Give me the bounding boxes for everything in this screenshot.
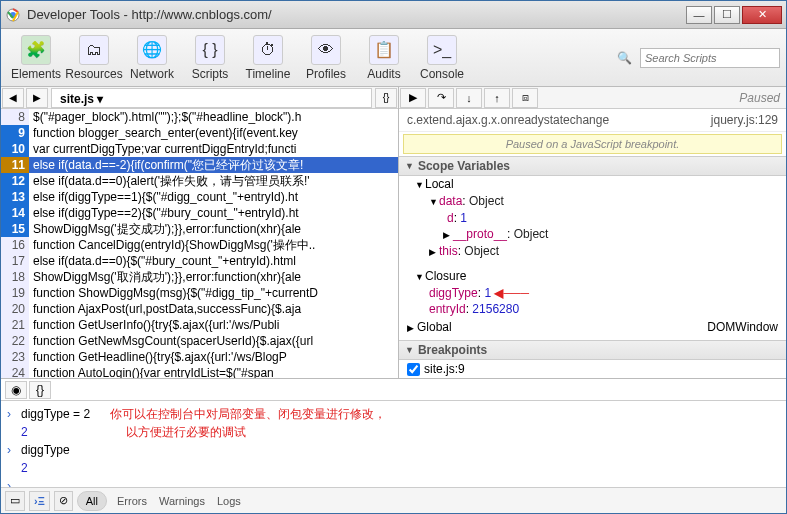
code-line[interactable]: 24function AutoLogin(){var entryIdList=$… (1, 365, 398, 378)
search-icon: 🔍 (614, 48, 634, 68)
filename-select[interactable]: site.js ▾ (51, 88, 372, 108)
pause-resume-button[interactable]: ▶ (400, 88, 426, 108)
line-number[interactable]: 15 (1, 221, 29, 237)
search-input[interactable] (640, 48, 780, 68)
line-number[interactable]: 14 (1, 205, 29, 221)
code-line[interactable]: 21function GetUserInfo(){try{$.ajax({url… (1, 317, 398, 333)
code-line[interactable]: 23function GetHeadline(){try{$.ajax({url… (1, 349, 398, 365)
window-title: Developer Tools - http://www.cnblogs.com… (27, 7, 686, 22)
filter-all[interactable]: All (77, 491, 107, 511)
line-number[interactable]: 24 (1, 365, 29, 378)
nav-forward-button[interactable]: ▶ (26, 88, 48, 108)
code-line[interactable]: 19function ShowDiggMsg(msg){$("#digg_tip… (1, 285, 398, 301)
line-number[interactable]: 21 (1, 317, 29, 333)
line-number[interactable]: 18 (1, 269, 29, 285)
audits-tab[interactable]: 📋Audits (355, 33, 413, 83)
code-line[interactable]: 12else if(data.d==0){alert('操作失败，请与管理员联系… (1, 173, 398, 189)
code-line[interactable]: 22function GetNewMsgCount(spacerUserId){… (1, 333, 398, 349)
pause-message: Paused on a JavaScript breakpoint. (403, 134, 782, 154)
console-braces-button[interactable]: {} (29, 381, 51, 399)
chrome-icon (5, 7, 21, 23)
scope-variables[interactable]: ▼Local ▼data: Object d: 1 ▶__proto__: Ob… (399, 176, 786, 340)
minimize-button[interactable]: — (686, 6, 712, 24)
clear-console-button[interactable]: ⊘ (54, 491, 73, 511)
line-number[interactable]: 13 (1, 189, 29, 205)
code-line[interactable]: 15ShowDiggMsg('提交成功');}},error:function(… (1, 221, 398, 237)
step-over-button[interactable]: ↷ (428, 88, 454, 108)
filter-logs[interactable]: Logs (217, 495, 241, 507)
filter-errors[interactable]: Errors (117, 495, 147, 507)
line-number[interactable]: 20 (1, 301, 29, 317)
resources-tab[interactable]: 🗂Resources (65, 33, 123, 83)
deactivate-breakpoints-button[interactable]: ⧇ (512, 88, 538, 108)
code-line[interactable]: 10var currentDiggType;var currentDiggEnt… (1, 141, 398, 157)
pretty-print-button[interactable]: {} (375, 88, 397, 108)
code-line[interactable]: 9function blogger_search_enter(event){if… (1, 125, 398, 141)
console-mode-button[interactable]: ◉ (5, 381, 27, 399)
code-line[interactable]: 20function AjaxPost(url,postData,success… (1, 301, 398, 317)
annotation-text: 你可以在控制台中对局部变量、闭包变量进行修改， (110, 405, 386, 423)
step-out-button[interactable]: ↑ (484, 88, 510, 108)
elements-tab[interactable]: 🧩Elements (7, 33, 65, 83)
line-number[interactable]: 17 (1, 253, 29, 269)
line-number[interactable]: 10 (1, 141, 29, 157)
code-line[interactable]: 11else if(data.d==-2){if(confirm("您已经评价过… (1, 157, 398, 173)
code-line[interactable]: 18ShowDiggMsg('取消成功');}},error:function(… (1, 269, 398, 285)
network-tab[interactable]: 🌐Network (123, 33, 181, 83)
scope-variables-header[interactable]: ▼Scope Variables (399, 156, 786, 176)
line-number[interactable]: 11 (1, 157, 29, 173)
breakpoint-checkbox[interactable] (407, 363, 420, 376)
code-line[interactable]: 14else if(diggType==2){$("#bury_count_"+… (1, 205, 398, 221)
code-line[interactable]: 8$("#pager_block").html("");};$("#headli… (1, 109, 398, 125)
scripts-tab[interactable]: { }Scripts (181, 33, 239, 83)
line-number[interactable]: 23 (1, 349, 29, 365)
console-tab[interactable]: >_Console (413, 33, 471, 83)
code-area[interactable]: 8$("#pager_block").html("");};$("#headli… (1, 109, 398, 378)
nav-back-button[interactable]: ◀ (2, 88, 24, 108)
filter-warnings[interactable]: Warnings (159, 495, 205, 507)
dock-button[interactable]: ▭ (5, 491, 25, 511)
step-into-button[interactable]: ↓ (456, 88, 482, 108)
paused-label: Paused (739, 91, 780, 105)
arrow-annotation-icon: ◀─── (494, 286, 529, 300)
maximize-button[interactable]: ☐ (714, 6, 740, 24)
line-number[interactable]: 9 (1, 125, 29, 141)
console-toggle-button[interactable]: ›Ξ (29, 491, 50, 511)
breakpoints-header[interactable]: ▼Breakpoints (399, 340, 786, 360)
code-line[interactable]: 13else if(diggType==1){$("#digg_count_"+… (1, 189, 398, 205)
annotation-text: 以方便进行必要的调试 (126, 423, 246, 441)
call-stack-frame[interactable]: c.extend.ajax.g.x.onreadystatechange jqu… (399, 109, 786, 132)
profiles-tab[interactable]: 👁Profiles (297, 33, 355, 83)
line-number[interactable]: 12 (1, 173, 29, 189)
line-number[interactable]: 19 (1, 285, 29, 301)
close-button[interactable]: ✕ (742, 6, 782, 24)
code-line[interactable]: 16function CancelDigg(entryId){ShowDiggM… (1, 237, 398, 253)
code-line[interactable]: 17else if(data.d==0){$("#bury_count_"+en… (1, 253, 398, 269)
line-number[interactable]: 22 (1, 333, 29, 349)
timeline-tab[interactable]: ⏱Timeline (239, 33, 297, 83)
line-number[interactable]: 16 (1, 237, 29, 253)
console-body[interactable]: ›diggType = 2你可以在控制台中对局部变量、闭包变量进行修改， 2以方… (1, 401, 786, 487)
breakpoint-item[interactable]: site.js:9 (399, 360, 786, 378)
line-number[interactable]: 8 (1, 109, 29, 125)
